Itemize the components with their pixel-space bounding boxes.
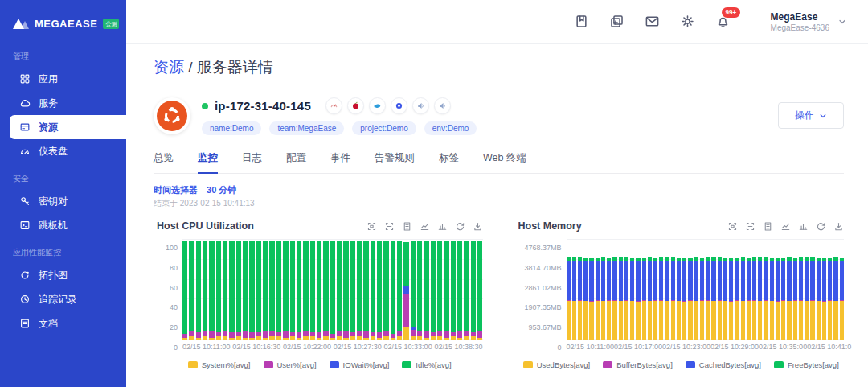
region-zoom-icon[interactable] bbox=[366, 221, 377, 232]
breadcrumb-link-resources[interactable]: 资源 bbox=[154, 59, 184, 76]
bar-segment bbox=[648, 301, 652, 340]
user-menu[interactable]: MegaEase MegaEase-4636 bbox=[771, 11, 847, 31]
sidebar-item-label: 拓扑图 bbox=[39, 269, 68, 282]
bar-segment bbox=[397, 336, 402, 340]
tab-监控[interactable]: 监控 bbox=[198, 151, 218, 174]
sidebar-item-apps[interactable]: 应用 bbox=[0, 67, 126, 91]
bar-segment bbox=[403, 294, 408, 327]
zoom-reset-icon[interactable] bbox=[745, 221, 755, 232]
bar-segment bbox=[677, 301, 681, 340]
sidebar-item-label: 服务 bbox=[39, 97, 58, 110]
book-icon[interactable] bbox=[574, 14, 590, 30]
services-icon bbox=[19, 97, 31, 109]
download-icon[interactable] bbox=[833, 221, 844, 232]
y-tick-label: 20 bbox=[170, 323, 178, 331]
bar-segment bbox=[283, 331, 288, 337]
legend-item[interactable]: CachedBytes[avg] bbox=[686, 360, 761, 369]
legend-item[interactable]: BufferBytes[avg] bbox=[603, 360, 673, 369]
tab-日志[interactable]: 日志 bbox=[242, 151, 262, 173]
bar bbox=[317, 241, 321, 340]
legend-swatch bbox=[402, 361, 411, 368]
bar-segment bbox=[223, 336, 227, 340]
tab-Web 终端[interactable]: Web 终端 bbox=[483, 151, 526, 173]
bar bbox=[747, 258, 751, 340]
mail-icon[interactable] bbox=[645, 14, 661, 30]
data-view-icon[interactable] bbox=[402, 221, 412, 232]
gear-icon[interactable] bbox=[680, 14, 696, 30]
legend-item[interactable]: IOWait%[avg] bbox=[330, 360, 390, 369]
data-view-icon[interactable] bbox=[763, 221, 773, 232]
time-selector-label[interactable]: 时间选择器 bbox=[154, 185, 198, 195]
line-chart-icon[interactable] bbox=[780, 221, 791, 232]
speaker-icon[interactable] bbox=[434, 97, 451, 114]
tag-badge: project:Demo bbox=[352, 121, 416, 135]
zoom-reset-icon[interactable] bbox=[384, 221, 395, 232]
bar-segment bbox=[363, 331, 368, 337]
bar-segment bbox=[464, 336, 469, 340]
bar-segment bbox=[817, 301, 821, 340]
copy-plus-icon[interactable] bbox=[609, 14, 625, 30]
page-title: 服务器详情 bbox=[197, 59, 273, 76]
bar-segment bbox=[196, 241, 201, 332]
legend-item[interactable]: User%[avg] bbox=[264, 360, 317, 369]
bar-segment bbox=[596, 261, 600, 300]
sidebar-item-resources[interactable]: 资源 bbox=[10, 115, 126, 139]
bar-segment bbox=[776, 302, 780, 340]
sidebar-item-tracing[interactable]: 追踪记录 bbox=[0, 287, 126, 311]
bar-chart-icon[interactable] bbox=[798, 221, 809, 232]
x-tick-label: 02/15 10:16:30 bbox=[232, 343, 280, 351]
sidebar-item-keypair[interactable]: 密钥对 bbox=[0, 189, 126, 213]
sidebar-item-dashboard[interactable]: 仪表盘 bbox=[0, 139, 126, 163]
line-chart-icon[interactable] bbox=[420, 221, 430, 232]
restore-icon[interactable] bbox=[455, 221, 465, 232]
user-id: MegaEase-4636 bbox=[771, 23, 829, 32]
bar-segment bbox=[424, 338, 428, 340]
bar-segment bbox=[297, 241, 301, 332]
restore-icon[interactable] bbox=[816, 221, 826, 232]
bar-segment bbox=[723, 261, 727, 301]
chart-title: Host Memory bbox=[518, 220, 582, 232]
bar-segment bbox=[787, 261, 791, 301]
tab-告警规则[interactable]: 告警规则 bbox=[375, 151, 415, 173]
plot-area[interactable] bbox=[182, 240, 483, 340]
sidebar-item-services[interactable]: 服务 bbox=[0, 91, 126, 115]
speedometer-icon[interactable] bbox=[326, 97, 342, 114]
sidebar-item-label: 追踪记录 bbox=[39, 293, 77, 307]
berry-icon[interactable] bbox=[347, 97, 364, 114]
speaker-icon[interactable] bbox=[412, 97, 429, 114]
target-icon[interactable] bbox=[391, 97, 407, 114]
actions-dropdown-button[interactable]: 操作 bbox=[778, 102, 844, 129]
fish-icon[interactable] bbox=[369, 97, 386, 114]
brand-logo[interactable]: MEGAEASE 公测 bbox=[0, 11, 126, 41]
bar-segment bbox=[330, 241, 335, 333]
tab-总览[interactable]: 总览 bbox=[154, 151, 174, 173]
legend-item[interactable]: System%[avg] bbox=[188, 360, 251, 369]
legend-item[interactable]: UsedBytes[avg] bbox=[523, 360, 591, 369]
region-zoom-icon[interactable] bbox=[727, 221, 738, 232]
download-icon[interactable] bbox=[473, 221, 483, 232]
time-selector[interactable]: 时间选择器 30 分钟 结束于 2023-02-15 10:41:13 bbox=[154, 184, 844, 209]
bar bbox=[833, 257, 837, 340]
y-tick-label: 0 bbox=[174, 344, 178, 352]
sidebar-item-topology[interactable]: 拓扑图 bbox=[0, 263, 126, 287]
server-tags: name:Demoteam:MegaEaseproject:Demoenv:De… bbox=[202, 121, 778, 135]
sidebar-item-docs[interactable]: 文档 bbox=[0, 311, 126, 336]
bar-segment bbox=[317, 241, 321, 332]
sidebar-item-jumpbox[interactable]: 跳板机 bbox=[0, 213, 126, 237]
legend-item[interactable]: Idle%[avg] bbox=[402, 360, 451, 369]
bar-segment bbox=[391, 241, 395, 333]
legend-item[interactable]: FreeBytes[avg] bbox=[774, 360, 839, 369]
tab-标签[interactable]: 标签 bbox=[439, 151, 459, 173]
tab-配置[interactable]: 配置 bbox=[286, 151, 306, 173]
bar-chart-icon[interactable] bbox=[437, 221, 448, 232]
bar-segment bbox=[350, 336, 355, 340]
tab-事件[interactable]: 事件 bbox=[330, 151, 350, 173]
bar-segment bbox=[799, 301, 803, 340]
bar-segment bbox=[417, 241, 422, 331]
time-range-value[interactable]: 30 分钟 bbox=[207, 185, 236, 195]
bar-segment bbox=[357, 336, 362, 340]
bar bbox=[619, 257, 623, 340]
plot-area[interactable] bbox=[567, 240, 845, 340]
bell-icon[interactable]: 99+ bbox=[715, 14, 731, 30]
bar-segment bbox=[290, 336, 295, 340]
